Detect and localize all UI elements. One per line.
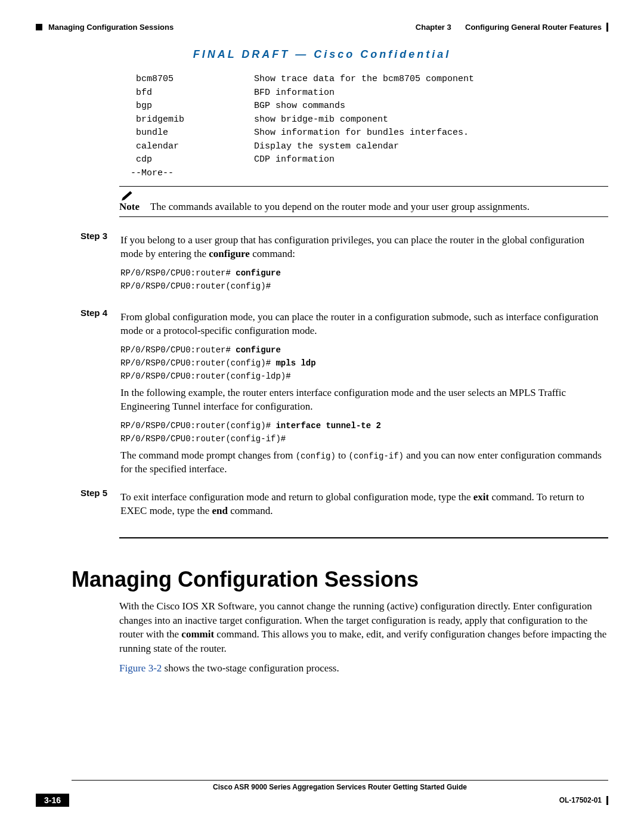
step-3-text: If you belong to a user group that has c… <box>120 234 608 261</box>
step-5: Step 5 To exit interface configuration m… <box>36 487 608 524</box>
header-marker-right <box>606 23 608 32</box>
header-section: Managing Configuration Sessions <box>48 23 174 32</box>
draft-banner: FINAL DRAFT — Cisco Confidential <box>36 48 608 61</box>
note-block: Note The commands available to you depen… <box>119 186 608 217</box>
step-4-text-c: The command mode prompt changes from (co… <box>120 449 608 476</box>
note-label: Note <box>119 201 140 213</box>
step-4-cli-a: RP/0/RSP0/CPU0:router# configure RP/0/RS… <box>120 344 608 383</box>
divider <box>119 537 608 538</box>
note-text: The commands available to you depend on … <box>150 190 608 213</box>
step-label: Step 3 <box>72 230 107 296</box>
step-4: Step 4 From global configuration mode, y… <box>36 307 608 482</box>
page-header: Managing Configuration Sessions Chapter … <box>36 23 608 32</box>
footer-guide-title: Cisco ASR 9000 Series Aggregation Servic… <box>72 780 608 791</box>
step-label: Step 5 <box>72 487 107 524</box>
figure-link[interactable]: Figure 3-2 <box>119 662 162 674</box>
step-3: Step 3 If you belong to a user group tha… <box>36 230 608 296</box>
page-number: 3-16 <box>36 794 69 807</box>
header-chapter-title: Configuring General Router Features <box>465 23 602 32</box>
header-marker-left <box>36 24 42 30</box>
step-4-text-a: From global configuration mode, you can … <box>120 311 608 338</box>
step-4-text-b: In the following example, the router ent… <box>120 386 608 414</box>
section-paragraph-2: Figure 3-2 shows the two-stage configura… <box>119 661 608 675</box>
cli-help-output: bcm8705 Show trace data for the bcm8705 … <box>125 73 608 180</box>
step-label: Step 4 <box>72 307 107 482</box>
page-footer: Cisco ASR 9000 Series Aggregation Servic… <box>36 780 608 807</box>
step-4-cli-b: RP/0/RSP0/CPU0:router(config)# interface… <box>120 420 608 445</box>
step-3-cli: RP/0/RSP0/CPU0:router# configure RP/0/RS… <box>120 267 608 293</box>
section-heading: Managing Configuration Sessions <box>72 567 608 592</box>
pencil-icon <box>122 190 137 201</box>
step-5-text: To exit interface configuration mode and… <box>120 491 608 518</box>
section-paragraph-1: With the Cisco IOS XR Software, you cann… <box>119 599 608 655</box>
footer-marker <box>606 796 608 805</box>
footer-doc-id: OL-17502-01 <box>559 796 602 804</box>
header-chapter-label: Chapter 3 <box>416 23 451 32</box>
